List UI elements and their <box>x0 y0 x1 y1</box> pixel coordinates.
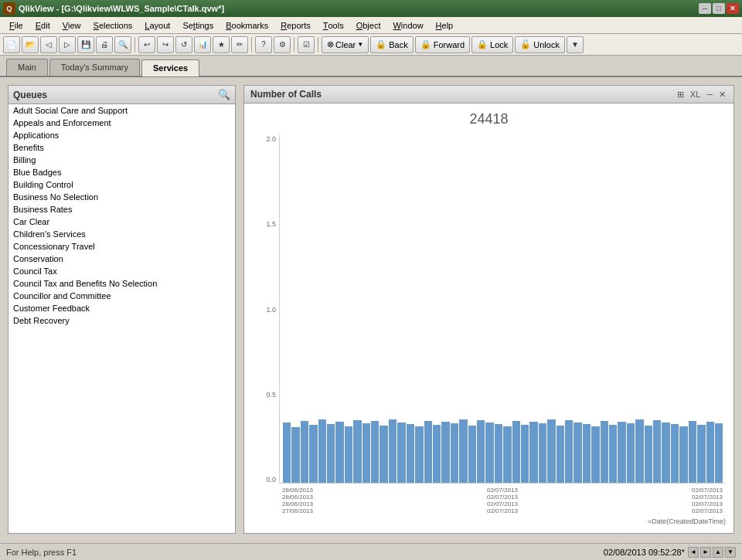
chart-bar[interactable] <box>318 419 326 483</box>
menu-object[interactable]: Object <box>350 18 387 33</box>
undo-button[interactable]: ↩ <box>138 36 155 53</box>
chart-bar[interactable] <box>679 426 687 483</box>
unlock-button[interactable]: 🔓 Unlock <box>515 36 565 53</box>
scroll-buttons[interactable]: ◄ ► ▲ ▼ <box>688 547 736 558</box>
chart-bar[interactable] <box>565 420 573 483</box>
reload-button[interactable]: ↺ <box>175 36 192 53</box>
queue-item[interactable]: Adult Social Care and Support <box>9 104 235 117</box>
chart-bar[interactable] <box>547 419 555 483</box>
chart-bar[interactable] <box>283 423 291 483</box>
print-preview-button[interactable]: 🔍 <box>114 36 131 53</box>
chart-bar[interactable] <box>335 422 343 483</box>
queue-item[interactable]: Debt Recovery <box>9 314 235 327</box>
queue-item[interactable]: Applications <box>9 129 235 141</box>
menu-help[interactable]: Help <box>430 18 460 33</box>
chart-bar[interactable] <box>353 420 361 483</box>
queue-item[interactable]: Building Control <box>9 178 235 191</box>
queue-item[interactable]: Children's Services <box>9 228 235 240</box>
chart-bar[interactable] <box>371 421 379 483</box>
chart-bar[interactable] <box>380 426 387 483</box>
chart-minimize-icon[interactable]: ─ <box>705 90 714 100</box>
queue-item[interactable]: Billing <box>9 154 235 166</box>
chart-bar[interactable] <box>618 422 625 483</box>
menu-tools[interactable]: Tools <box>317 18 350 33</box>
new-button[interactable]: 📄 <box>3 36 20 53</box>
chart-bar[interactable] <box>645 426 652 483</box>
chart-bar[interactable] <box>662 423 669 483</box>
help2-button[interactable]: ? <box>255 36 272 53</box>
chart-bar[interactable] <box>301 421 308 483</box>
chart-bar[interactable] <box>415 426 423 483</box>
chart-bar[interactable] <box>468 426 476 483</box>
queue-item[interactable]: Appeals and Enforcement <box>9 117 235 129</box>
chart-bar[interactable] <box>397 423 405 483</box>
chart-button[interactable]: 📊 <box>194 36 211 53</box>
queue-item[interactable]: Council Tax and Benefits No Selection <box>9 277 235 290</box>
chart-bar[interactable] <box>539 423 546 483</box>
queue-item[interactable]: Concessionary Travel <box>9 240 235 253</box>
tab-services[interactable]: Services <box>141 59 199 76</box>
chart-bar[interactable] <box>689 421 696 483</box>
chart-bar[interactable] <box>327 424 335 483</box>
queue-item[interactable]: Customer Feedback <box>9 302 235 314</box>
selections-btn[interactable]: ☑ <box>298 36 315 53</box>
menu-window[interactable]: Window <box>386 18 429 33</box>
title-bar-buttons[interactable]: ─ □ ✕ <box>699 3 739 14</box>
scroll-right-button[interactable]: ► <box>700 547 711 558</box>
back-history-button[interactable]: ◁ <box>40 36 57 53</box>
minimize-button[interactable]: ─ <box>699 3 711 14</box>
chart-bar[interactable] <box>485 423 493 483</box>
settings2-button[interactable]: ⚙ <box>274 36 291 53</box>
queue-item[interactable]: Blue Badges <box>9 166 235 178</box>
chart-bar[interactable] <box>671 424 679 483</box>
maximize-button[interactable]: □ <box>713 3 725 14</box>
chart-bar[interactable] <box>591 426 599 483</box>
chart-bar[interactable] <box>529 422 537 483</box>
search-icon[interactable]: 🔍 <box>218 89 230 100</box>
queue-item[interactable]: Councillor and Committee <box>9 290 235 302</box>
print-button[interactable]: 🖨 <box>96 36 113 53</box>
chart-bar[interactable] <box>433 425 441 483</box>
forward-button[interactable]: 🔒 Forward <box>415 36 470 53</box>
open-button[interactable]: 📂 <box>22 36 39 53</box>
save-button[interactable]: 💾 <box>77 36 94 53</box>
scroll-down-button[interactable]: ▼ <box>725 547 736 558</box>
chart-bar[interactable] <box>477 420 485 483</box>
back-button[interactable]: 🔒 Back <box>370 36 413 53</box>
menu-selections[interactable]: Selections <box>87 18 139 33</box>
chart-bar[interactable] <box>495 424 502 483</box>
chart-bar[interactable] <box>715 423 723 483</box>
chart-bar[interactable] <box>521 425 529 483</box>
extra-button[interactable]: ▼ <box>567 36 584 53</box>
chart-bar[interactable] <box>345 426 352 483</box>
chart-bar[interactable] <box>407 424 414 483</box>
tab-main[interactable]: Main <box>6 59 48 76</box>
chart-bar[interactable] <box>653 420 661 483</box>
chart-bar[interactable] <box>451 423 458 483</box>
menu-reports[interactable]: Reports <box>274 18 317 33</box>
scroll-left-button[interactable]: ◄ <box>688 547 699 558</box>
queue-item[interactable]: Business Rates <box>9 203 235 216</box>
chart-bar[interactable] <box>459 419 467 483</box>
queues-list[interactable]: Adult Social Care and SupportAppeals and… <box>9 104 235 533</box>
chart-bar[interactable] <box>601 421 608 483</box>
edit-mode-button[interactable]: ✏ <box>231 36 248 53</box>
chart-bar[interactable] <box>574 423 581 483</box>
chart-bar[interactable] <box>627 423 635 483</box>
menu-bookmarks[interactable]: Bookmarks <box>220 18 274 33</box>
close-button[interactable]: ✕ <box>727 3 739 14</box>
menu-file[interactable]: File <box>3 18 29 33</box>
scroll-up-button[interactable]: ▲ <box>713 547 723 558</box>
chart-bar[interactable] <box>441 422 449 483</box>
chart-xl-icon[interactable]: XL <box>689 90 702 100</box>
queue-item[interactable]: Car Clear <box>9 216 235 228</box>
tab-todays-summary[interactable]: Today's Summary <box>49 59 140 76</box>
menu-edit[interactable]: Edit <box>29 18 56 33</box>
queue-item[interactable]: Benefits <box>9 141 235 154</box>
chart-bar[interactable] <box>609 425 617 483</box>
chart-bar[interactable] <box>362 423 370 483</box>
chart-bar[interactable] <box>309 425 317 483</box>
menu-view[interactable]: View <box>56 18 87 33</box>
chart-bar[interactable] <box>291 427 299 483</box>
chart-bar[interactable] <box>512 421 520 483</box>
